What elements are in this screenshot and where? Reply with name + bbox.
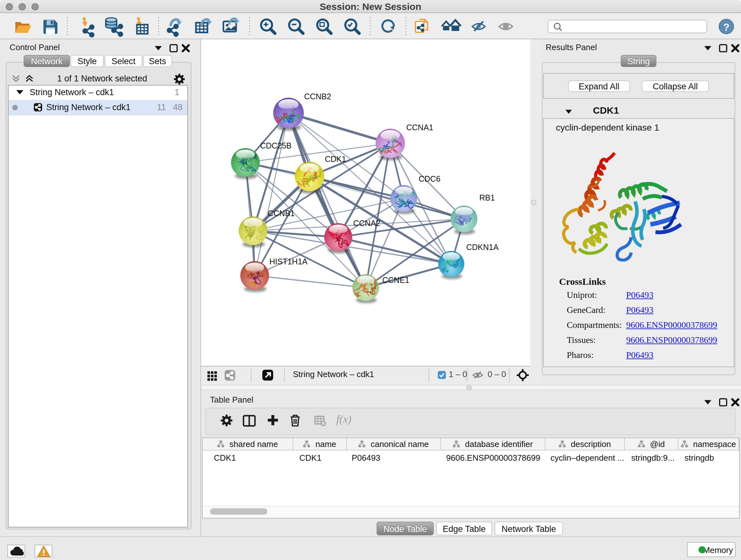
svg-text:CDKN1A: CDKN1A xyxy=(466,243,499,252)
svg-text:CCNB2: CCNB2 xyxy=(304,92,331,101)
svg-text:CDK1: CDK1 xyxy=(325,154,346,164)
svg-text:RB1: RB1 xyxy=(479,193,495,202)
svg-text:CCNA1: CCNA1 xyxy=(406,123,433,132)
svg-text:CDC25B: CDC25B xyxy=(260,141,292,150)
svg-text:CCNA2: CCNA2 xyxy=(353,219,381,228)
svg-text:CCNE1: CCNE1 xyxy=(382,275,409,285)
svg-text:CDC6: CDC6 xyxy=(419,174,441,183)
svg-text:HIST1H1A: HIST1H1A xyxy=(269,257,308,266)
svg-text:CCNB1: CCNB1 xyxy=(268,209,295,218)
